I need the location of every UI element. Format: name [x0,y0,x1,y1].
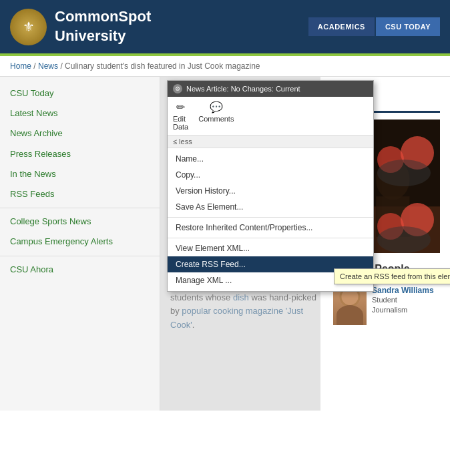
sidebar-item-college-sports-news[interactable]: College Sports News [0,212,160,232]
popup-header-label: News Article: No Changes: Current [186,85,300,93]
header-nav: ACADEMICS CSU TODAY [308,17,440,36]
comments-button[interactable]: 💬 Comments [198,101,234,131]
breadcrumb-current: Culinary student's dish featured in Just… [65,61,260,71]
sidebar-item-csu-today[interactable]: CSU Today [0,83,160,103]
news-article-popup: ⚙ News Article: No Changes: Current ✏ Ed… [167,80,374,292]
menu-item-restore[interactable]: Restore Inherited Content/Properties... [168,220,373,236]
gear-icon: ⚙ [173,84,182,93]
sidebar-item-latest-news[interactable]: Latest News [0,103,160,124]
sidebar-item-campus-emergency-alerts[interactable]: Campus Emergency Alerts [0,232,160,252]
edit-data-button[interactable]: ✏ EditData [173,101,188,131]
sidebar: CSU Today Latest News News Archive Press… [0,77,160,411]
person-role: Student Journalism [372,295,434,316]
menu-item-copy[interactable]: Copy... [168,167,373,183]
menu-item-save-as[interactable]: Save As Element... [168,199,373,215]
menu-separator-2 [168,238,373,238]
content-area: 'Just Cook' [160,77,450,411]
menu-item-view-xml[interactable]: View Element XML... [168,240,373,256]
person-info: Sandra Williams Student Journalism [372,285,434,316]
menu-item-version-history[interactable]: Version History... [168,183,373,199]
popup-header: ⚙ News Article: No Changes: Current [168,81,373,97]
main-layout: CSU Today Latest News News Archive Press… [0,77,450,411]
menu-item-name[interactable]: Name... [168,151,373,167]
breadcrumb-home[interactable]: Home [10,61,31,71]
csu-today-nav-button[interactable]: CSU TODAY [376,17,440,36]
comments-icon: 💬 [210,101,223,113]
edit-data-label: EditData [173,115,188,131]
comments-label: Comments [198,115,234,123]
sidebar-divider [0,208,160,208]
breadcrumb-news[interactable]: News [38,61,58,71]
header-left: ⚜ CommonSpot University [10,7,151,45]
sidebar-divider-2 [0,256,160,256]
university-name: CommonSpot University [55,7,151,45]
header: ⚜ CommonSpot University ACADEMICS CSU TO… [0,0,450,53]
less-button[interactable]: ≤ less [168,136,373,148]
popup-actions: ✏ EditData 💬 Comments [168,97,373,136]
sidebar-item-press-releases[interactable]: Press Releases [0,144,160,164]
sidebar-item-rss-feeds[interactable]: RSS Feeds [0,184,160,204]
sidebar-item-csu-ahora[interactable]: CSU Ahora [0,260,160,280]
edit-icon: ✏ [176,101,185,113]
breadcrumb: Home / News / Culinary student's dish fe… [0,56,450,77]
sidebar-item-news-archive[interactable]: News Archive [0,124,160,144]
academics-nav-button[interactable]: ACADEMICS [308,17,375,36]
sidebar-item-in-the-news[interactable]: In the News [0,164,160,184]
university-logo: ⚜ [10,9,47,45]
menu-separator-1 [168,217,373,218]
person-name-link[interactable]: Sandra Williams [372,286,434,295]
create-rss-tooltip: Create an RSS feed from this element's c… [334,268,450,284]
